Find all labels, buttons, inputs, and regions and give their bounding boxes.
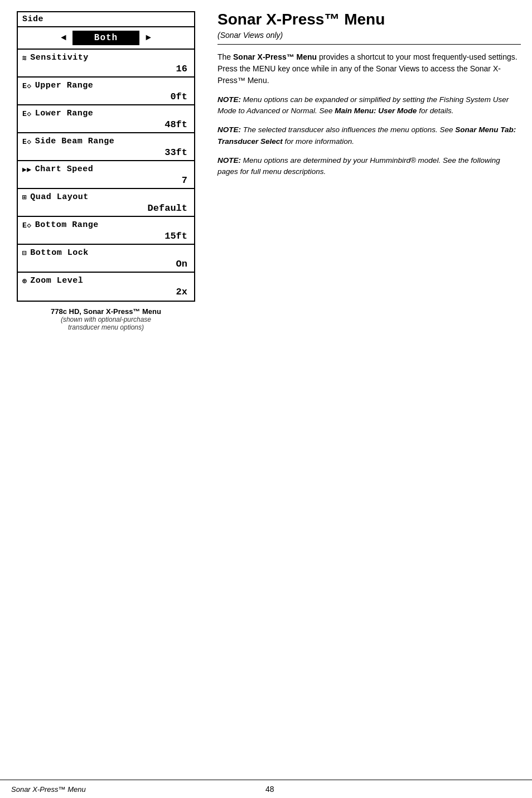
chart-speed-label: Chart Speed xyxy=(35,165,94,174)
lower-range-value: 48ft xyxy=(22,119,190,130)
bold-sonar-menu: Sonar X-Press™ Menu xyxy=(233,52,317,61)
upper-range-label: Upper Range xyxy=(35,81,94,90)
arrow-left-button[interactable]: ◄ xyxy=(59,33,68,43)
menu-header: Side xyxy=(18,12,194,27)
menu-item-bottom-range[interactable]: E◇ Bottom Range 15ft xyxy=(18,217,194,245)
bottom-lock-icon: ⊟ xyxy=(22,249,27,258)
note-2: NOTE: The selected transducer also influ… xyxy=(217,124,521,147)
menu-item-side-beam-range[interactable]: E◇ Side Beam Range 33ft xyxy=(18,133,194,161)
note-3: NOTE: Menu options are determined by you… xyxy=(217,155,521,178)
chart-speed-value: 7 xyxy=(22,175,190,186)
sensitivity-value: 16 xyxy=(22,64,190,74)
zoom-level-value: 2x xyxy=(22,287,190,297)
title-divider xyxy=(217,44,521,45)
note-1-end: for details. xyxy=(417,107,453,115)
note-3-text: Menu options are determined by your Humm… xyxy=(217,156,500,176)
menu-item-quad-layout[interactable]: ⊞ Quad Layout Default xyxy=(18,189,194,217)
upper-range-value: 0ft xyxy=(22,91,190,102)
menu-item-upper-range[interactable]: E◇ Upper Range 0ft xyxy=(18,78,194,105)
menu-item-bottom-lock[interactable]: ⊟ Bottom Lock On xyxy=(18,245,194,273)
bottom-range-icon: E◇ xyxy=(22,221,32,230)
side-beam-range-value: 33ft xyxy=(22,147,190,158)
menu-selector-row: ◄ Both ► xyxy=(18,27,194,50)
quad-layout-label: Quad Layout xyxy=(30,192,89,202)
note-1-bold: Main Menu: User Mode xyxy=(335,107,417,115)
caption-title: 778c HD, Sonar X-Press™ Menu xyxy=(17,307,195,316)
footer-label: Sonar X-Press™ Menu xyxy=(11,785,86,794)
note-label-2: NOTE: xyxy=(217,125,241,134)
side-beam-range-icon: E◇ xyxy=(22,137,32,146)
note-label-1: NOTE: xyxy=(217,95,241,104)
selector-value[interactable]: Both xyxy=(72,31,139,45)
footer-page-number: 48 xyxy=(265,785,274,794)
zoom-level-label: Zoom Level xyxy=(30,276,83,286)
zoom-level-icon: ⊕ xyxy=(22,277,27,286)
bottom-range-label: Bottom Range xyxy=(35,220,99,230)
bottom-lock-label: Bottom Lock xyxy=(30,248,89,258)
intro-text: The Sonar X-Press™ Menu provides a short… xyxy=(217,51,521,86)
bottom-lock-value: On xyxy=(22,259,190,269)
page-title: Sonar X-Press™ Menu xyxy=(217,11,521,28)
bottom-range-value: 15ft xyxy=(22,231,190,241)
note-label-3: NOTE: xyxy=(217,156,241,165)
arrow-right-button[interactable]: ► xyxy=(144,33,153,43)
caption-area: 778c HD, Sonar X-Press™ Menu (shown with… xyxy=(17,307,195,331)
menu-item-chart-speed[interactable]: ▶▶ Chart Speed 7 xyxy=(18,161,194,189)
menu-item-lower-range[interactable]: E◇ Lower Range 48ft xyxy=(18,105,194,133)
menu-item-zoom-level[interactable]: ⊕ Zoom Level 2x xyxy=(18,273,194,301)
quad-layout-icon: ⊞ xyxy=(22,193,27,202)
upper-range-icon: E◇ xyxy=(22,81,32,90)
chart-speed-icon: ▶▶ xyxy=(22,165,32,174)
main-content: Side ◄ Both ► ≋ Sensitivity 16 xyxy=(0,0,532,780)
lower-range-icon: E◇ xyxy=(22,109,32,118)
side-beam-range-label: Side Beam Range xyxy=(35,137,115,146)
page-footer: Sonar X-Press™ Menu 48 xyxy=(0,780,532,798)
right-panel: Sonar X-Press™ Menu (Sonar Views only) T… xyxy=(212,11,521,768)
caption-subtitle-2: transducer menu options) xyxy=(17,323,195,331)
menu-header-label: Side xyxy=(22,14,43,24)
menu-box: Side ◄ Both ► ≋ Sensitivity 16 xyxy=(17,11,195,302)
left-panel: Side ◄ Both ► ≋ Sensitivity 16 xyxy=(11,11,201,768)
sensitivity-label: Sensitivity xyxy=(30,53,89,62)
page-container: Side ◄ Both ► ≋ Sensitivity 16 xyxy=(0,0,532,798)
lower-range-label: Lower Range xyxy=(35,109,94,118)
note-2-text: The selected transducer also influences … xyxy=(243,125,455,134)
page-subtitle: (Sonar Views only) xyxy=(217,31,521,40)
quad-layout-value: Default xyxy=(22,203,190,214)
note-1: NOTE: Menu options can be expanded or si… xyxy=(217,94,521,117)
caption-subtitle-1: (shown with optional-purchase xyxy=(17,316,195,323)
note-2-end: for more information. xyxy=(283,137,354,146)
menu-item-sensitivity[interactable]: ≋ Sensitivity 16 xyxy=(18,50,194,78)
sensitivity-icon: ≋ xyxy=(22,54,27,62)
